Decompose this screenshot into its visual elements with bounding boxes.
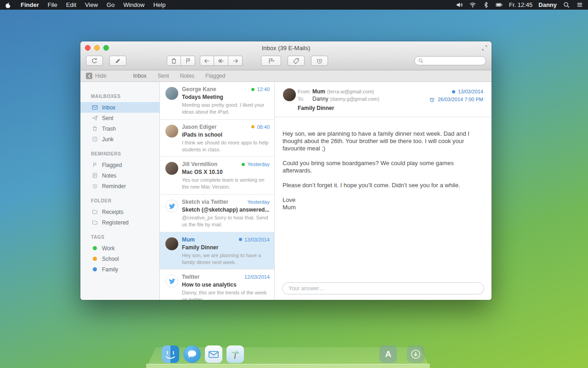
to-label: To: [298,95,312,103]
twitter-avatar [165,275,178,288]
message-row-jill-vermillion[interactable]: Jill Vermillion Yesterday Mac OS X 10.10… [160,157,274,195]
tab-inbox[interactable]: Inbox [133,73,147,79]
detail-meta: 13/03/2014 26/03/2014 7:00 PM [429,88,483,104]
wifi-icon[interactable] [469,1,476,8]
refresh-button[interactable] [86,56,103,66]
delete-button[interactable] [167,56,181,66]
message-subject: Todays Meeting [182,94,270,100]
from-name: Mum [312,88,325,95]
minimize-button[interactable] [94,45,100,51]
sidebar-tag-school[interactable]: School [80,253,159,264]
section-title-tags: TAGS [80,235,159,243]
reminder-button[interactable] [311,56,328,66]
sidebar-item-label: Inbox [102,104,115,111]
search-input[interactable] [425,58,482,63]
notification-center-icon[interactable] [576,1,583,8]
reminder-icon [316,58,323,64]
flag-button[interactable] [181,56,195,66]
volume-icon[interactable] [456,1,463,8]
twitter-avatar [165,200,178,213]
reply-input[interactable] [282,282,484,294]
finder-icon[interactable] [162,345,179,363]
message-sender: Mum [182,236,239,243]
sidebar-item-label: Sent [102,115,113,121]
reminder-alarm-icon [429,97,435,103]
tag-button[interactable] [288,56,305,66]
message-row-twitter[interactable]: Twitter 12/03/2014 How to use analytics … [160,270,274,300]
menu-view[interactable]: View [85,1,98,8]
message-row-sketch-twitter[interactable]: Sketch via Twitter Yesterday Sketch (@sk… [160,195,274,232]
message-header: From:Mum(terra.w@gmail.com) To:Danny(dan… [275,82,492,117]
dock-shelf-front [146,364,430,368]
sidebar-item-flagged[interactable]: Flagged [80,160,159,170]
reply-button[interactable] [200,56,214,66]
forward-icon [232,58,239,64]
hide-panel-icon [86,73,92,79]
tag-dot-school [93,257,97,261]
title-bar[interactable]: Inbox (39 E-Mails) [80,41,492,54]
sidebar-item-junk[interactable]: Junk [80,134,159,144]
sender-avatar [283,88,296,101]
notes-icon [92,172,98,178]
sidebar-item-registered[interactable]: Registered [80,217,159,228]
sidebar-item-reminder[interactable]: Reminder [80,181,159,191]
app-store-icon[interactable]: A [379,345,397,363]
hide-sidebar-button[interactable]: Hide [86,73,107,79]
message-sender: George Kane [182,86,251,92]
desktop-background: Finder File Edit View Go Window Help Fr.… [0,0,588,368]
sidebar-item-label: Reminder [102,183,126,190]
message-sender: Twitter [182,274,244,280]
sidebar-item-notes[interactable]: Notes [80,170,159,181]
tab-flagged[interactable]: Flagged [205,73,225,79]
spotlight-icon[interactable] [563,1,570,8]
zoom-button[interactable] [103,45,109,51]
refresh-icon [91,58,98,64]
menu-bar: Finder File Edit View Go Window Help Fr.… [0,0,588,10]
close-button[interactable] [85,45,90,51]
reply-all-button[interactable] [214,56,228,66]
sidebar-item-label: Notes [102,172,116,179]
menu-edit[interactable]: Edit [66,1,76,8]
compose-button[interactable] [109,56,126,66]
menu-window[interactable]: Window [123,1,144,8]
message-time: 12/03/2014 [244,274,270,280]
mail-icon[interactable] [205,345,222,363]
photo-avatar [165,87,178,100]
message-time: Yesterday [247,161,270,167]
apple-menu[interactable] [5,1,12,8]
sidebar-item-inbox[interactable]: Inbox [80,102,159,113]
message-time: Yesterday [247,199,270,205]
sidebar-tag-work[interactable]: Work [80,243,159,253]
sidebar-item-trash[interactable]: Trash [80,123,159,134]
menu-help[interactable]: Help [153,1,166,8]
downloads-icon[interactable] [407,345,424,363]
sidebar-tag-family[interactable]: Family [80,264,159,275]
tab-notes[interactable]: Notes [180,73,194,79]
bluetooth-icon[interactable] [482,1,490,8]
sent-icon [92,115,98,121]
battery-icon[interactable] [496,1,503,8]
app-menu-title[interactable]: Finder [21,1,39,8]
sidebar-item-label: Work [102,245,115,252]
apple-icon [5,2,12,9]
tab-sent[interactable]: Sent [158,73,169,79]
sidebar-item-receipts[interactable]: Receipts [80,207,159,217]
hide-label: Hide [95,73,107,79]
message-row-jason-ediger[interactable]: Jason Ediger 08:40 iPads in school I thi… [160,120,274,157]
flag-icon [185,58,192,64]
menu-file[interactable]: File [48,1,57,8]
message-row-george-kane[interactable]: George Kane 12:40 Todays Meeting Meeting… [160,82,274,120]
window-title: Inbox (39 E-Mails) [262,45,310,52]
message-row-mum-selected[interactable]: Mum 13/03/2014 Family Dinner Hey son, we… [160,232,274,270]
search-field[interactable] [414,56,486,65]
messages-icon[interactable] [183,345,201,363]
tag-icon [293,58,300,64]
photos-icon[interactable] [226,345,244,363]
flag-dropdown-button[interactable] [261,56,281,66]
fullscreen-icon[interactable] [481,45,488,51]
user-menu[interactable]: Danny [538,1,557,8]
sidebar-item-sent[interactable]: Sent [80,113,159,123]
forward-button[interactable] [228,56,243,66]
menu-clock[interactable]: Fr. 12:45 [509,1,532,8]
menu-go[interactable]: Go [107,1,114,8]
